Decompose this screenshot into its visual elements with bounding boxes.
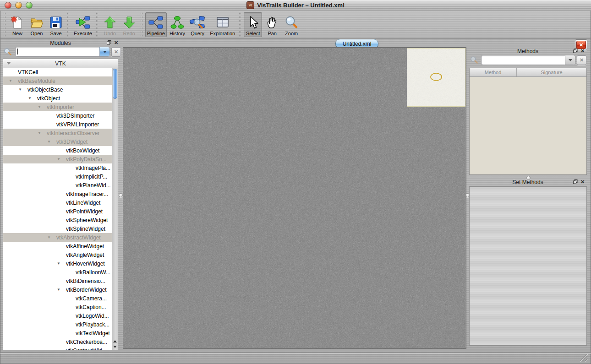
tree-row[interactable]: ▼ vtkImageTracer...: [3, 190, 112, 198]
tree-row[interactable]: ▼ vtkSphereWidget: [3, 216, 112, 224]
tree-row[interactable]: ▼ vtkImagePla...: [3, 163, 112, 172]
tree-row[interactable]: ▼ vtk3DSImporter: [3, 111, 112, 120]
methods-search-input[interactable]: [481, 55, 575, 65]
tree-row-label: vtkHoverWidget: [66, 261, 105, 267]
dropdown-arrow-icon: [103, 51, 107, 53]
history-view-button[interactable]: History: [168, 12, 187, 37]
tree-row[interactable]: ▼ vtkBorderWidget: [3, 285, 112, 294]
modules-search-clear-button[interactable]: ✕: [111, 47, 121, 57]
undo-button[interactable]: Undo: [101, 12, 119, 37]
methods-float-icon[interactable]: [573, 49, 578, 53]
tree-row[interactable]: ▼ vtkBaseModule: [3, 76, 112, 85]
save-button[interactable]: Save: [47, 12, 65, 37]
methods-search-clear-button[interactable]: ✕: [577, 55, 586, 65]
modules-search-field[interactable]: [17, 48, 98, 56]
close-window-button[interactable]: [5, 2, 11, 9]
tree-row[interactable]: ▼ vtkCaption...: [3, 303, 112, 311]
methods-search-field[interactable]: [483, 56, 564, 64]
set-methods-float-icon[interactable]: [573, 179, 578, 184]
tree-row-label: vtkTextWidget: [76, 330, 110, 337]
methods-close-icon[interactable]: ✕: [580, 49, 585, 53]
tree-row[interactable]: ▼ vtkPolyDataSo...: [3, 155, 112, 163]
tree-row[interactable]: ▼ vtkTextWidget: [3, 329, 112, 337]
modules-search-input[interactable]: [15, 47, 110, 57]
tree-row[interactable]: ▼ vtkVRMLImporter: [3, 120, 112, 129]
resize-grip[interactable]: [578, 353, 588, 362]
toolbar-drag-handle[interactable]: [3, 12, 6, 37]
tree-row[interactable]: ▼ vtkAffineWidget: [3, 242, 112, 250]
redo-button[interactable]: Redo: [120, 12, 138, 37]
zoom-window-button[interactable]: [26, 2, 33, 9]
tree-row-label: vtkImagePla...: [76, 165, 110, 171]
minimap[interactable]: [407, 48, 465, 107]
set-methods-area[interactable]: [469, 186, 587, 346]
tree-row[interactable]: ▼ vtkLineWidget: [3, 198, 112, 207]
tree-row[interactable]: ▼ vtkPlayback...: [3, 320, 112, 329]
minimize-window-button[interactable]: [15, 2, 22, 9]
tree-row[interactable]: ▼ vtkBiDimensio...: [3, 277, 112, 285]
query-view-button[interactable]: Query: [188, 12, 207, 37]
tree-row[interactable]: ▼ vtkLogoWid...: [3, 311, 112, 320]
expand-triangle-icon[interactable]: ▼: [8, 79, 18, 83]
tree-row-label: vtkImplicitP...: [76, 174, 107, 180]
modules-tree-rows: ▼ VTKCell ▼ vtkBaseModule ▼ vtkObjectBas…: [3, 68, 112, 350]
signature-column-header[interactable]: Signature: [517, 68, 586, 76]
tree-row[interactable]: ▼ vtkCheckerboa...: [3, 337, 112, 346]
expand-triangle-icon[interactable]: ▼: [37, 105, 47, 109]
set-methods-close-icon[interactable]: ✕: [580, 179, 585, 184]
new-button[interactable]: New: [8, 12, 27, 37]
tree-row-label: vtkLogoWid...: [76, 313, 109, 319]
expand-triangle-icon[interactable]: ▼: [56, 261, 66, 266]
zoom-tool-button[interactable]: Zoom: [282, 12, 301, 37]
expand-triangle-icon[interactable]: ▼: [46, 235, 56, 239]
pipeline-canvas[interactable]: [123, 47, 466, 349]
pan-tool-button[interactable]: Pan: [263, 12, 281, 37]
tree-row[interactable]: ▼ vtkInteractorObserver: [3, 129, 112, 137]
tree-row[interactable]: ▼ vtkSplineWidget: [3, 224, 112, 233]
scrollbar-thumb[interactable]: [113, 69, 117, 99]
tree-row[interactable]: ▼ vtkImporter: [3, 103, 112, 111]
tree-row[interactable]: ▼ vtkObjectBase: [3, 85, 112, 94]
expand-triangle-icon[interactable]: ▼: [37, 131, 47, 135]
tree-row-label: vtkBiDimensio...: [66, 278, 105, 284]
tree-row[interactable]: ▼ vtkBoxWidget: [3, 146, 112, 155]
tree-row[interactable]: ▼ vtkContourWid...: [3, 346, 112, 350]
tree-row[interactable]: ▼ vtkPlaneWid...: [3, 181, 112, 190]
tree-row[interactable]: ▼ vtkPointWidget: [3, 207, 112, 216]
tree-row[interactable]: ▼ vtkHoverWidget: [3, 259, 112, 268]
modules-tree-scrollbar[interactable]: [112, 68, 118, 350]
tree-row[interactable]: ▼ vtkCamera...: [3, 294, 112, 303]
expand-triangle-icon[interactable]: ▼: [56, 157, 66, 161]
tree-row[interactable]: ▼ vtk3DWidget: [3, 137, 112, 146]
tree-row[interactable]: ▼ vtkObject: [3, 94, 112, 103]
modules-search-dropdown-button[interactable]: [99, 47, 109, 56]
pipeline-view-button[interactable]: Pipeline: [145, 12, 167, 37]
tree-row-label: vtkImageTracer...: [66, 191, 108, 197]
expand-triangle-icon[interactable]: ▼: [17, 87, 27, 92]
expand-triangle-icon[interactable]: ▼: [27, 96, 37, 100]
select-tool-button[interactable]: Select: [244, 12, 262, 37]
expand-triangle-icon[interactable]: ▼: [56, 288, 66, 292]
modules-search-icon: [4, 48, 12, 58]
scroll-up-button[interactable]: [112, 338, 118, 344]
methods-table[interactable]: Method Signature: [469, 68, 587, 175]
method-column-header[interactable]: Method: [470, 68, 517, 76]
open-button[interactable]: Open: [27, 12, 46, 37]
left-splitter-handle[interactable]: [119, 193, 123, 197]
modules-close-icon[interactable]: ✕: [114, 40, 118, 45]
expand-triangle-icon[interactable]: ▼: [46, 140, 56, 144]
tree-row[interactable]: ▼ vtkImplicitP...: [3, 172, 112, 181]
methods-search-dropdown-button[interactable]: [565, 55, 575, 65]
toolbar-button-label: Open: [31, 31, 43, 36]
scroll-down-button[interactable]: [112, 344, 118, 349]
titlebar[interactable]: Vt VisTrails Builder – Untitled.xml: [0, 0, 591, 11]
modules-tree-header[interactable]: VTK: [3, 59, 118, 68]
exploration-view-button[interactable]: Exploration: [208, 12, 237, 37]
tree-row[interactable]: ▼ vtkAngleWidget: [3, 250, 112, 259]
execute-button[interactable]: Execute: [72, 12, 94, 37]
modules-float-icon[interactable]: [107, 40, 111, 45]
tree-row[interactable]: ▼ vtkBalloonW...: [3, 268, 112, 277]
tree-row[interactable]: ▼ VTKCell: [3, 68, 112, 76]
tree-row-label: vtkInteractorObserver: [47, 130, 99, 136]
tree-row[interactable]: ▼ vtkAbstractWidget: [3, 233, 112, 242]
